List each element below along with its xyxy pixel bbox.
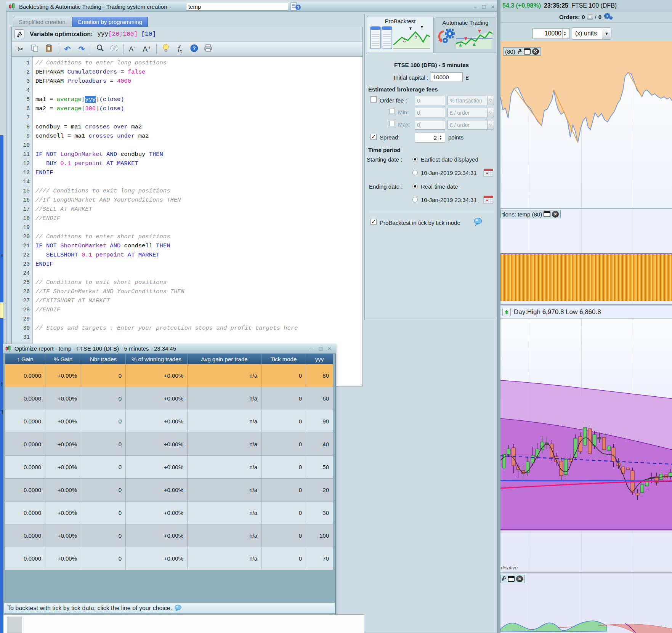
chart-indicator[interactable]: ✕ bbox=[500, 574, 672, 633]
code-line[interactable] bbox=[35, 177, 362, 186]
maximize-icon[interactable]: □ bbox=[481, 3, 487, 10]
wrench-icon[interactable] bbox=[502, 576, 506, 582]
table-row[interactable]: 0.0000+0.00%0+0.00%n/a090 bbox=[5, 410, 333, 433]
calendar-icon[interactable] bbox=[483, 168, 493, 178]
print-icon[interactable] bbox=[203, 44, 213, 54]
comment-icon[interactable]: // bbox=[109, 44, 119, 54]
spinner-arrows[interactable]: ▲▼ bbox=[438, 134, 443, 141]
hint-bulb-icon[interactable] bbox=[161, 44, 171, 54]
close-icon[interactable]: × bbox=[326, 345, 333, 352]
tab-simplified-creation[interactable]: Simplified creation bbox=[13, 17, 71, 27]
chevron-down-icon[interactable]: ▽ bbox=[487, 96, 494, 105]
quantity-stepper[interactable]: 10000 ▲▼ bbox=[532, 28, 569, 39]
close-icon[interactable]: ✕ bbox=[552, 211, 559, 218]
window-icon[interactable] bbox=[524, 48, 531, 54]
min-fee-checkbox[interactable] bbox=[390, 109, 395, 114]
order-fee-input[interactable] bbox=[415, 96, 445, 105]
redo-icon[interactable]: ↷ bbox=[77, 45, 87, 54]
copy-icon[interactable] bbox=[30, 44, 40, 54]
close-icon[interactable]: ✕ bbox=[532, 48, 539, 55]
code-line[interactable]: // Conditions to enter short positions bbox=[35, 232, 362, 241]
chevron-down-icon[interactable]: ▽ bbox=[487, 108, 494, 117]
code-line[interactable]: //If LongOnMarket AND YourConditions THE… bbox=[35, 196, 362, 205]
table-row[interactable]: 0.0000+0.00%0+0.00%n/a040 bbox=[5, 433, 333, 456]
close-icon[interactable]: × bbox=[489, 3, 496, 10]
code-line[interactable]: //ENDIF bbox=[35, 305, 362, 314]
function-icon[interactable]: fx bbox=[175, 44, 185, 54]
order-fee-unit-select[interactable]: % transaction▽ bbox=[447, 96, 494, 105]
code-line[interactable]: IF NOT ShortOnMarket AND condsell THEN bbox=[35, 241, 362, 250]
units-select[interactable]: (x) units ▼ bbox=[572, 27, 611, 40]
minimize-icon[interactable]: – bbox=[472, 3, 478, 10]
code-editor[interactable]: // Conditions to enter long positionsDEF… bbox=[33, 57, 362, 386]
expand-button[interactable] bbox=[502, 308, 511, 316]
chevron-down-icon[interactable]: ▽ bbox=[487, 120, 494, 129]
order-fee-checkbox[interactable] bbox=[370, 96, 377, 103]
column-header--gain[interactable]: % Gain bbox=[45, 354, 81, 364]
spread-checkbox[interactable]: ✓ bbox=[370, 134, 377, 140]
orders-settings-gear-icon[interactable] bbox=[603, 13, 613, 21]
table-row[interactable]: 0.0000+0.00%0+0.00%n/a080 bbox=[5, 364, 333, 387]
platform-scroll-gutter[interactable] bbox=[497, 0, 500, 633]
font-increase-icon[interactable]: A⁺ bbox=[142, 45, 152, 54]
starting-date-radio[interactable] bbox=[412, 170, 418, 175]
table-row[interactable]: 0.0000+0.00%0+0.00%n/a030 bbox=[5, 502, 333, 524]
backtesting-window-controls[interactable]: – □ × bbox=[472, 3, 496, 10]
min-fee-input[interactable] bbox=[415, 108, 445, 117]
spinner-arrows[interactable]: ▲▼ bbox=[562, 29, 567, 38]
code-line[interactable]: SELLSHORT 0.1 perpoint AT MARKET bbox=[35, 250, 362, 260]
max-fee-checkbox[interactable] bbox=[390, 121, 395, 126]
optimize-table-header[interactable]: ↑ Gain% GainNbr trades% of winning trade… bbox=[5, 354, 333, 364]
code-line[interactable]: //SELL AT MARKET bbox=[35, 205, 362, 214]
chart2-toolbar[interactable]: tions: temp (80) ✕ bbox=[500, 210, 561, 218]
max-fee-input[interactable] bbox=[415, 120, 445, 130]
code-line[interactable]: BUY 0.1 perpoint AT MARKET bbox=[35, 159, 362, 168]
initial-capital-input[interactable] bbox=[431, 72, 463, 82]
help-doc-icon[interactable]: ? bbox=[290, 2, 301, 11]
code-line[interactable] bbox=[35, 314, 362, 324]
code-line[interactable]: //ENDIF bbox=[35, 214, 362, 223]
close-icon[interactable]: ✕ bbox=[516, 575, 523, 582]
code-line[interactable] bbox=[35, 113, 362, 122]
code-line[interactable]: ma2 = average[300](close) bbox=[35, 104, 362, 113]
system-name-input[interactable] bbox=[186, 3, 288, 11]
minimize-icon[interactable]: – bbox=[309, 345, 315, 352]
chart-price-area[interactable]: (80) ✕ bbox=[500, 41, 672, 208]
code-line[interactable]: //IF ShortOnMarket AND YourConditions TH… bbox=[35, 287, 362, 296]
code-line[interactable]: condbuy = ma1 crosses over ma2 bbox=[35, 122, 362, 131]
spread-input[interactable]: 2 ▲▼ bbox=[415, 133, 445, 143]
optimize-titlebar[interactable]: Optimize report - temp - FTSE 100 (DFB) … bbox=[3, 344, 336, 354]
window-icon[interactable] bbox=[544, 211, 550, 217]
max-fee-unit-select[interactable]: £ / order▽ bbox=[447, 120, 494, 130]
search-icon[interactable] bbox=[95, 44, 105, 54]
code-line[interactable]: DEFPARAM Preloadbars = 4000 bbox=[35, 77, 362, 86]
code-line[interactable]: // Conditions to exit short positions bbox=[35, 278, 362, 287]
font-decrease-icon[interactable]: A⁻ bbox=[128, 45, 138, 53]
table-row[interactable]: 0.0000+0.00%0+0.00%n/a020 bbox=[5, 479, 333, 502]
column-header-yyy[interactable]: yyy bbox=[306, 354, 333, 364]
chart-candlestick[interactable]: dicative bbox=[500, 319, 672, 572]
ending-date-radio[interactable] bbox=[412, 197, 418, 202]
code-line[interactable]: // Conditions to enter long positions bbox=[35, 58, 362, 67]
code-line[interactable]: // Stops and targets : Enter your protec… bbox=[35, 324, 362, 333]
maximize-icon[interactable]: □ bbox=[318, 345, 324, 352]
code-line[interactable]: //EXITSHORT AT MARKET bbox=[35, 296, 362, 305]
code-line[interactable] bbox=[35, 269, 362, 278]
tab-creation-by-programming[interactable]: Creation by programming bbox=[72, 17, 148, 27]
code-line[interactable] bbox=[35, 223, 362, 232]
chart1-toolbar[interactable]: (80) ✕ bbox=[503, 47, 541, 56]
help-icon[interactable]: ? bbox=[189, 44, 199, 54]
tab-automatic-trading[interactable]: Automatic Trading bbox=[435, 18, 496, 53]
code-line[interactable]: IF NOT LongOnMarket AND condbuy THEN bbox=[35, 150, 362, 159]
table-row[interactable]: 0.0000+0.00%0+0.00%n/a070 bbox=[5, 547, 333, 570]
table-row[interactable]: 0.0000+0.00%0+0.00%n/a0100 bbox=[5, 524, 333, 547]
paste-icon[interactable] bbox=[44, 44, 54, 54]
wrench-icon[interactable] bbox=[14, 29, 24, 39]
calendar-icon[interactable] bbox=[483, 195, 493, 205]
column-header--of-winning-trades[interactable]: % of winning trades bbox=[126, 354, 188, 364]
code-line[interactable]: ENDIF bbox=[35, 260, 362, 269]
code-line[interactable]: ENDIF bbox=[35, 168, 362, 177]
ending-realtime-radio[interactable] bbox=[412, 184, 418, 189]
wrench-icon[interactable] bbox=[517, 48, 522, 55]
code-line[interactable]: ma1 = average[yyy](close) bbox=[35, 95, 362, 104]
